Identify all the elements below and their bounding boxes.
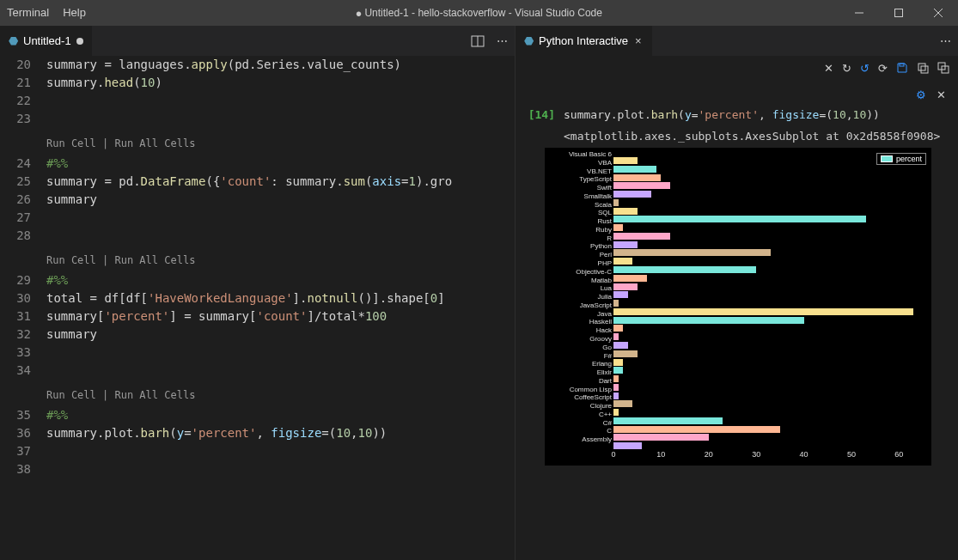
close-window-button[interactable] (918, 0, 958, 26)
chart-xtick: 20 (705, 450, 713, 459)
chart-category-label: Python (547, 242, 612, 251)
chart-bar (613, 308, 913, 315)
minimize-button[interactable] (839, 0, 879, 26)
line-number: 33 (0, 344, 46, 362)
code-line[interactable]: 34 (0, 362, 515, 380)
code-line[interactable]: 24#%% (0, 155, 515, 173)
chart-bar (613, 241, 638, 248)
chart-category-label: Objective-C (547, 268, 612, 277)
close-tab-icon[interactable]: × (633, 34, 644, 47)
chart-bar (613, 426, 780, 433)
code-line[interactable]: 37 (0, 442, 515, 460)
chart-category-label: F# (547, 352, 612, 361)
maximize-button[interactable] (879, 0, 918, 26)
chart-xtick: 40 (800, 450, 809, 459)
code-line[interactable]: 27 (0, 209, 515, 227)
line-number: 26 (0, 191, 46, 209)
copy-icon[interactable] (917, 62, 929, 74)
chart-bar (613, 400, 632, 407)
chart-category-label: Go (547, 344, 612, 352)
chart-bar (613, 216, 866, 222)
chart-xtick: 30 (752, 450, 760, 459)
expand-icon[interactable] (937, 62, 949, 74)
chart-category-label: Lua (547, 284, 612, 293)
tab-label: Untitled-1 (23, 34, 71, 47)
interactive-tab[interactable]: ⬣ Python Interactive × (516, 26, 652, 56)
editor-pane: ⬣ Untitled-1 ⋯ 20summary = languages.app… (0, 26, 516, 560)
code-line[interactable]: 28 (0, 227, 515, 245)
chart-category-label: VB.NET (547, 167, 612, 176)
chart-category-label: Assembly (547, 435, 612, 444)
chart-category-label: TypeScript (547, 175, 612, 184)
code-line[interactable]: 33 (0, 344, 515, 362)
close-cell-icon[interactable]: ✕ (937, 88, 946, 101)
window-title: • Untitled-1 - hello-stackoverflow - Vis… (356, 7, 602, 19)
split-editor-icon[interactable] (471, 34, 485, 48)
more-actions-icon[interactable]: ⋯ (940, 34, 951, 47)
code-line[interactable]: 35#%% (0, 406, 515, 424)
code-line[interactable]: 20summary = languages.apply(pd.Series.va… (0, 56, 515, 74)
code-line[interactable]: 32summary (0, 326, 515, 344)
chart-category-label: CoffeeScript (547, 393, 612, 402)
code-lens[interactable]: Run Cell | Run All Cells (46, 387, 195, 405)
chart-category-label: Smalltalk (547, 192, 612, 201)
line-number: 35 (0, 406, 46, 424)
code-lens[interactable]: Run Cell | Run All Cells (46, 135, 195, 153)
code-lens[interactable]: Run Cell | Run All Cells (46, 252, 195, 270)
menubar: Terminal Help (0, 0, 93, 26)
cancel-icon[interactable]: ✕ (824, 62, 833, 75)
chart-bar (613, 174, 661, 181)
code-line[interactable]: 31summary['percent'] = summary['count']/… (0, 307, 515, 326)
undo-icon[interactable]: ↺ (860, 62, 870, 75)
chart-bar (613, 182, 670, 189)
code-line[interactable]: 30total = df[df['HaveWorkedLanguage'].no… (0, 289, 515, 307)
chart-category-label: Common Lisp (547, 386, 612, 394)
editor-tab-untitled[interactable]: ⬣ Untitled-1 (0, 26, 92, 56)
chart-bar (613, 249, 771, 256)
settings-icon[interactable]: ⚙ (916, 88, 926, 101)
line-number: 30 (0, 289, 46, 307)
chart-category-label: C++ (547, 411, 612, 419)
code-line[interactable]: 22 (0, 92, 515, 110)
chart-category-label: R (547, 234, 612, 243)
chart-category-label: Scala (547, 201, 612, 210)
chart-category-label: VBA (547, 159, 612, 167)
code-line[interactable]: 21summary.head(10) (0, 74, 515, 92)
chart-bar (613, 233, 670, 240)
line-number: 38 (0, 460, 46, 478)
chart-bar (613, 359, 623, 366)
chart-category-label: Elixir (547, 368, 612, 377)
tab-label: Python Interactive (539, 34, 628, 47)
menu-terminal[interactable]: Terminal (0, 0, 56, 26)
python-icon: ⬣ (524, 34, 534, 47)
more-actions-icon[interactable]: ⋯ (497, 34, 508, 47)
interactive-toolbar: ✕ ↻ ↺ ⟳ (516, 56, 958, 80)
chart-bar (613, 208, 638, 215)
menu-help[interactable]: Help (56, 0, 93, 26)
cell-prompt: [14] (524, 108, 555, 121)
code-line[interactable]: 36summary.plot.barh(y='percent', figsize… (0, 424, 515, 442)
save-icon[interactable] (896, 62, 908, 74)
chart-category-label: C (547, 427, 612, 435)
cell-input: summary.plot.barh(y='percent', figsize=(… (564, 108, 949, 121)
chart-bar (613, 350, 638, 357)
chart-category-label: Erlang (547, 360, 612, 368)
restart-icon[interactable]: ⟳ (878, 62, 888, 75)
line-number: 28 (0, 227, 46, 245)
code-line[interactable]: 23 (0, 110, 515, 128)
code-editor[interactable]: 20summary = languages.apply(pd.Series.va… (0, 56, 515, 560)
chart-bar (613, 333, 619, 340)
barh-chart: percent 0102030405060 Visual Basic 6VBAV… (545, 148, 931, 466)
redo-icon[interactable]: ↻ (842, 62, 851, 75)
code-line[interactable]: 38 (0, 460, 515, 478)
interactive-pane: ⬣ Python Interactive × ⋯ ✕ ↻ ↺ ⟳ ⚙ ✕ (516, 26, 958, 560)
modified-dot-icon (76, 38, 83, 45)
code-line[interactable]: 29#%% (0, 271, 515, 289)
line-number: 36 (0, 424, 46, 442)
chart-xtick: 10 (656, 450, 665, 459)
editor-tabbar: ⬣ Untitled-1 ⋯ (0, 26, 515, 56)
chart-xtick: 60 (894, 450, 903, 459)
line-number: 20 (0, 56, 46, 74)
code-line[interactable]: 26summary (0, 191, 515, 209)
code-line[interactable]: 25summary = pd.DataFrame({'count': summa… (0, 173, 515, 191)
